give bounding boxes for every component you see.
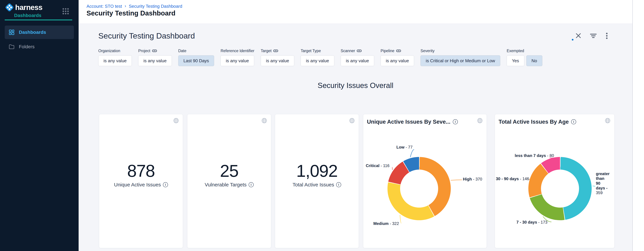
filter-value-button[interactable]: is Critical or High or Medium or Low xyxy=(420,55,500,66)
breadcrumb-link[interactable]: Security Testing Dashboard xyxy=(129,4,182,9)
chart-title: Unique Active Issues By Seve... xyxy=(367,119,450,125)
filter-label-row: Date xyxy=(178,48,214,53)
donut-hole xyxy=(541,170,579,208)
chart-title: Total Active Issues By Age xyxy=(498,119,569,125)
slice-label-high: High - 370 xyxy=(463,177,482,182)
filter-label: Target xyxy=(261,49,272,53)
filter-label-row: Pipeline xyxy=(380,48,414,53)
filter-label-row: Severity xyxy=(420,48,500,53)
globe-icon xyxy=(604,118,611,124)
stat-value: 25 xyxy=(187,162,271,180)
filter-reference-identifier: Reference Identifieris any value xyxy=(220,48,254,66)
close-icon[interactable] xyxy=(575,32,582,39)
filter-buttons: is any value xyxy=(380,55,414,66)
slice-label-low: Low - 77 xyxy=(396,145,412,150)
globe-icon-wrap xyxy=(261,118,267,124)
filter-label-row: Target xyxy=(261,48,294,53)
filter-organization: Organizationis any value xyxy=(98,48,132,66)
donut-chart[interactable] xyxy=(388,157,451,220)
info-icon[interactable]: i xyxy=(336,182,341,187)
filter-bar: Organizationis any valueProjectis any va… xyxy=(98,48,542,66)
filter-value-button[interactable]: Last 90 Days xyxy=(178,55,214,66)
notification-dot xyxy=(572,39,574,40)
slice-label-less-than-7-days: less than 7 days - 80 xyxy=(515,153,554,158)
info-icon[interactable]: i xyxy=(163,182,168,187)
breadcrumb: Account: STO test›Security Testing Dashb… xyxy=(86,4,182,9)
filter-value-button[interactable]: is any value xyxy=(380,55,414,66)
section-title: Security Issues Overall xyxy=(78,81,632,90)
stat-card-unique-active-issues: 878Unique Active Issuesi xyxy=(99,114,183,248)
globe-icon-wrap xyxy=(349,118,355,124)
kebab-menu-icon[interactable] xyxy=(603,32,610,39)
donut-card-1: Unique Active Issues By Seve...iHigh - 3… xyxy=(363,114,487,248)
filter-label-row: Exempted xyxy=(507,48,542,53)
stat-card-total-active-issues: 1,092Total Active Issuesi xyxy=(275,114,359,248)
breadcrumb-link[interactable]: Account: STO test xyxy=(86,4,122,9)
stat-label-text: Unique Active Issues xyxy=(114,182,161,188)
info-icon[interactable]: i xyxy=(571,119,576,124)
filter-buttons: is any value xyxy=(98,55,132,66)
slice-label-7---30-days: 7 - 30 days - 173 xyxy=(516,220,548,225)
slice-label-medium: Medium - 322 xyxy=(373,221,399,226)
sidebar-item-dashboards[interactable]: Dashboards xyxy=(5,25,74,39)
filter-value-button[interactable]: Yes xyxy=(507,55,524,66)
slice-label-30---90-days: 30 - 90 days - 146 xyxy=(496,177,529,181)
globe-icon xyxy=(261,118,267,124)
filter-value-button[interactable]: is any value xyxy=(341,55,374,66)
filter-value-button[interactable]: is any value xyxy=(220,55,254,66)
scrollbar-gutter[interactable] xyxy=(632,0,644,251)
slice-label-critical: Critical - 116 xyxy=(366,163,390,168)
stat-value: 878 xyxy=(99,162,183,180)
harness-logo[interactable]: harness xyxy=(5,3,42,12)
donut-chart[interactable] xyxy=(528,157,592,220)
filter-target: Targetis any value xyxy=(261,48,294,66)
app-grid-icon[interactable] xyxy=(62,8,69,15)
dashboards-icon xyxy=(9,29,14,35)
filter-project: Projectis any value xyxy=(138,48,172,66)
filter-buttons: is any value xyxy=(341,55,374,66)
link-icon xyxy=(357,49,362,52)
topbar: Account: STO test›Security Testing Dashb… xyxy=(78,0,644,24)
globe-icon-wrap xyxy=(604,118,611,124)
filter-value-button[interactable]: is any value xyxy=(261,55,294,66)
globe-icon xyxy=(173,118,179,124)
kebab-glyph xyxy=(603,32,610,39)
filter-value-button[interactable]: is any value xyxy=(98,55,132,66)
filter-buttons: is any value xyxy=(261,55,294,66)
filter-label: Exempted xyxy=(507,49,524,53)
filter-scanner: Scanneris any value xyxy=(341,48,374,66)
sidebar-item-label: Dashboards xyxy=(19,30,46,35)
filter-icon[interactable] xyxy=(590,32,597,39)
dashboard-content: Security Testing Dashboard Organizationi… xyxy=(78,24,632,251)
info-icon[interactable]: i xyxy=(453,119,458,124)
filter-value-button[interactable]: is any value xyxy=(300,55,334,66)
filter-label: Reference Identifier xyxy=(220,49,254,53)
stat-label-text: Total Active Issues xyxy=(292,182,334,188)
filter-label: Target Type xyxy=(300,49,321,53)
link-icon xyxy=(152,49,157,52)
donut-card-2: Total Active Issues By Ageigreaterthan90… xyxy=(495,114,614,248)
globe-icon xyxy=(349,118,355,124)
filter-buttons: YesNo xyxy=(507,55,542,66)
filter-exempted: ExemptedYesNo xyxy=(507,48,542,66)
filter-label: Organization xyxy=(98,49,120,53)
link-icon xyxy=(396,49,401,52)
info-icon[interactable]: i xyxy=(248,182,254,187)
sidebar: harness Dashboards DashboardsFolders xyxy=(0,0,78,251)
grid-9-dots-icon xyxy=(62,8,69,15)
filter-buttons: is any value xyxy=(138,55,172,66)
stat-card-vulnerable-targets: 25Vulnerable Targetsi xyxy=(187,114,271,248)
globe-icon-wrap xyxy=(173,118,179,124)
filter-label: Pipeline xyxy=(380,49,394,53)
filter-buttons: is any value xyxy=(300,55,334,66)
filter-value-button[interactable]: is any value xyxy=(138,55,172,66)
sidebar-item-folders[interactable]: Folders xyxy=(5,41,74,52)
globe-icon xyxy=(477,118,483,124)
sidebar-item-label: Folders xyxy=(19,44,34,49)
link-icon xyxy=(273,49,278,52)
dashboard-heading: Security Testing Dashboard xyxy=(98,31,195,40)
harness-dashboard-app: harness Dashboards DashboardsFolders Acc… xyxy=(0,0,644,251)
filter-value-button[interactable]: No xyxy=(526,55,542,66)
stat-label-text: Vulnerable Targets xyxy=(205,182,246,188)
sidebar-nav: DashboardsFolders xyxy=(0,25,78,52)
